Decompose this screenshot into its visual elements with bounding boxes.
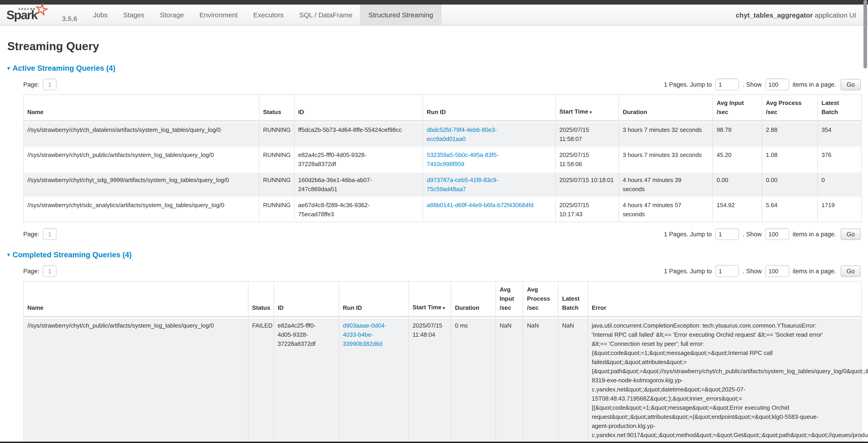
cell-run_id[interactable]: 532359a5-5b0c-495a-83f5-7410c998f959 (423, 146, 555, 172)
cell-error: java.util.concurrent.CompletionException… (588, 317, 861, 443)
tab-structured-streaming[interactable]: Structured Streaming (360, 5, 441, 25)
cell-avg_process: 2.88 (762, 121, 817, 146)
run-id-link[interactable]: dbdc52fd-79f4-4eb6-80e3- (427, 126, 497, 133)
column-header-start_time[interactable]: Start Time▾ (408, 282, 451, 317)
column-header-run_id[interactable]: Run ID (339, 282, 408, 317)
run-id-link[interactable]: 532359a5-5b0c-495a-83f5- (427, 151, 498, 158)
cell-run_id[interactable]: d903aaae-0d04-4033-b4be-33990b382d6d (339, 317, 408, 443)
run-id-link[interactable]: d903aaae-0d04- (343, 322, 386, 329)
cell-id: e82a4c25-fff0-4d05-9328-37228a8372df (294, 146, 423, 172)
column-header-avg_process[interactable]: AvgProcess/sec (523, 282, 558, 317)
tab-executors[interactable]: Executors (246, 5, 291, 25)
pagination-controls: 1 Pages. Jump to . Show items in a page.… (664, 265, 861, 277)
cell-avg_input: 98.79 (713, 121, 762, 146)
active-streaming-queries-table: NameStatusIDRun IDStart Time▾DurationAvg… (23, 94, 862, 222)
jump-to-input[interactable] (715, 265, 739, 277)
collapse-arrow-icon: ▾ (7, 65, 10, 71)
column-header-duration[interactable]: Duration (451, 282, 496, 317)
tab-jobs[interactable]: Jobs (86, 5, 115, 25)
cell-status: RUNNING (259, 172, 294, 197)
spark-brand: Spark (6, 9, 37, 22)
cell-duration: 3 hours 7 minutes 33 seconds (619, 146, 713, 172)
column-header-duration[interactable]: Duration (619, 95, 713, 121)
tab-environment[interactable]: Environment (192, 5, 246, 25)
application-title: chyt_tables_aggregator application UI (736, 11, 856, 19)
apache-label: APACHE (18, 7, 36, 10)
page-number-input[interactable] (43, 79, 57, 90)
scrollbar-thumb[interactable] (863, 0, 867, 68)
cell-run_id[interactable]: a88b0141-d69f-44e9-b6fa-b72f430684fd (423, 197, 555, 222)
page-size-input[interactable] (765, 79, 789, 90)
jump-to-input[interactable] (715, 79, 739, 90)
column-header-avg_input[interactable]: Avg Input/sec (713, 95, 762, 121)
cell-status: RUNNING (259, 197, 294, 222)
active-queries-table: NameStatusIDRun IDStart Time▾DurationAvg… (23, 94, 861, 222)
column-header-id[interactable]: ID (274, 282, 339, 317)
tab-sql-dataframe[interactable]: SQL / DataFrame (291, 5, 360, 25)
navbar: ☆ APACHE Spark 3.5.6 JobsStagesStorageEn… (0, 5, 868, 26)
run-id-link[interactable]: 75c59ad48aa7 (427, 186, 466, 193)
column-header-error[interactable]: Error (588, 282, 861, 317)
page-number-input[interactable] (43, 265, 57, 277)
run-id-link[interactable]: ecc9a0d01aa0 (427, 136, 466, 142)
page-label: Page: (23, 231, 39, 237)
cell-status: RUNNING (259, 146, 294, 172)
cell-avg_process: NaN (523, 317, 558, 443)
sort-desc-icon: ▾ (443, 306, 445, 310)
table-row: //sys/strawberry/chyt/ch_public/artifact… (24, 317, 861, 443)
cell-run_id[interactable]: dbdc52fd-79f4-4eb6-80e3-ecc9a0d01aa0 (423, 121, 555, 146)
table-row: //sys/strawberry/chyt/ch_public/artifact… (24, 146, 861, 172)
column-header-latest_batch[interactable]: LatestBatch (558, 282, 588, 317)
sort-desc-icon: ▾ (590, 110, 592, 115)
cell-id: ff5dca2b-5b73-4d64-8ffe-55424cef98cc (294, 121, 423, 146)
column-header-avg_process[interactable]: Avg Process/sec (762, 95, 817, 121)
active-queries-header-label: Active Streaming Queries (4) (12, 64, 115, 72)
jump-to-input[interactable] (715, 228, 739, 240)
run-id-link[interactable]: 4033-b4be- (343, 331, 373, 338)
column-header-status[interactable]: Status (259, 95, 294, 121)
table-row: //sys/strawberry/chyt/chyt_sdg_9999/arti… (24, 172, 861, 197)
cell-avg_input: 154.92 (713, 197, 762, 222)
active-queries-body: Page: 1 Pages. Jump to . Show items in a… (23, 79, 861, 240)
run-id-link[interactable]: 33990b382d6d (343, 341, 382, 347)
go-button[interactable]: Go (841, 265, 861, 277)
completed-queries-header[interactable]: ▾Completed Streaming Queries (4) (7, 250, 861, 259)
column-header-id[interactable]: ID (294, 95, 423, 121)
go-button[interactable]: Go (841, 79, 861, 90)
go-button[interactable]: Go (841, 228, 861, 240)
tab-storage[interactable]: Storage (152, 5, 192, 25)
show-label: . Show (743, 81, 762, 88)
cell-id: e82a4c25-fff0-4d05-9328-37228a8372df (274, 317, 339, 443)
column-header-avg_input[interactable]: AvgInput/sec (496, 282, 523, 317)
pages-jump-label: 1 Pages. Jump to (664, 268, 712, 274)
column-header-name[interactable]: Name (24, 95, 259, 121)
cell-status: FAILED (248, 317, 274, 443)
column-header-run_id[interactable]: Run ID (423, 95, 555, 121)
cell-status: RUNNING (259, 121, 294, 146)
header-row: NameStatusIDRun IDStart Time▾DurationAvg… (24, 282, 861, 317)
run-id-link[interactable]: d973787a-ceb5-41f8-83c9- (427, 177, 498, 183)
page-size-input[interactable] (765, 228, 789, 240)
run-id-link[interactable]: a88b0141-d69f-44e9-b6fa-b72f430684fd (427, 202, 533, 208)
run-id-link[interactable]: 7410c998f959 (427, 160, 464, 168)
page-label: Page: (23, 268, 39, 274)
show-label: . Show (743, 268, 762, 274)
page-size-input[interactable] (765, 265, 789, 277)
spark-logo[interactable]: ☆ APACHE Spark (6, 5, 60, 25)
cell-avg_process: 5.64 (762, 197, 817, 222)
page-number-input[interactable] (43, 228, 57, 240)
column-header-status[interactable]: Status (248, 282, 274, 317)
active-queries-header[interactable]: ▾Active Streaming Queries (4) (7, 63, 861, 72)
tab-stages[interactable]: Stages (115, 5, 152, 25)
cell-name: //sys/strawberry/chyt/ch_public/artifact… (24, 317, 248, 443)
cell-run_id[interactable]: d973787a-ceb5-41f8-83c9-75c59ad48aa7 (423, 172, 555, 197)
column-header-start_time[interactable]: Start Time▾ (555, 95, 619, 121)
cell-name: //sys/strawberry/chyt/ch_datalens/artifa… (24, 121, 259, 146)
cell-name: //sys/strawberry/chyt/sdc_analytics/arti… (24, 197, 259, 222)
cell-duration: 4 hours 47 minutes 39seconds (619, 172, 713, 197)
items-label: items in a page. (793, 268, 836, 274)
column-header-name[interactable]: Name (24, 282, 248, 317)
cell-start_time: 2025/07/1510:17:43 (555, 197, 619, 222)
column-header-latest_batch[interactable]: LatestBatch (817, 95, 861, 121)
table-row: //sys/strawberry/chyt/sdc_analytics/arti… (24, 197, 861, 222)
